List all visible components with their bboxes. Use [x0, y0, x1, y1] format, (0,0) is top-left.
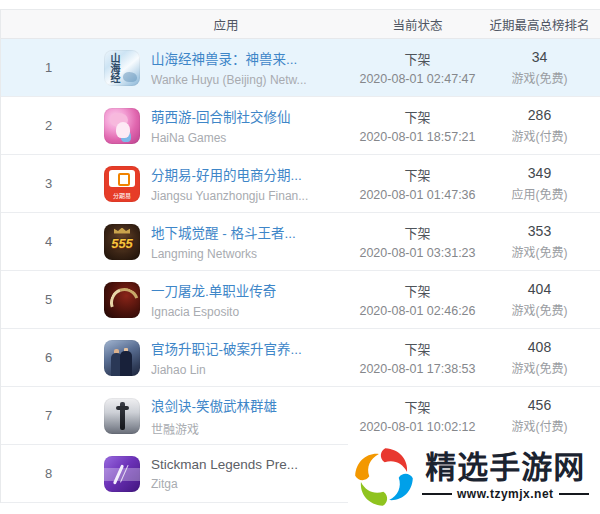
app-icon-text: 山海经: [109, 53, 119, 83]
watermark-url-row: www.tzymjx.net: [417, 487, 594, 501]
top-rank-number: 34: [479, 49, 600, 65]
developer-name: Wanke Huyu (Beijing) Netw...: [151, 73, 307, 87]
status-date: 2020-08-01 03:31:23: [356, 246, 479, 260]
app-meta: 地下城觉醒 - 格斗王者... Langming Networks: [151, 222, 296, 261]
shanhaijing-app-icon: 山海经: [104, 50, 140, 86]
app-cell: 萌西游-回合制社交修仙 HaiNa Games: [96, 106, 356, 145]
top-rank-category: 游戏(免费): [479, 359, 600, 376]
status-cell: 下架 2020-08-01 17:38:53: [356, 339, 479, 376]
watermark: 精选手游网 www.tzymjx.net: [348, 439, 600, 514]
app-name-link[interactable]: Stickman Legends Pre...: [151, 457, 298, 472]
top-rank-number: 456: [479, 397, 600, 413]
top-rank-category: 游戏(免费): [479, 69, 600, 86]
table-row[interactable]: 3 分期易 分期易-好用的电商分期... Jiangsu Yuanzhongju…: [1, 155, 600, 213]
app-name-link[interactable]: 一刀屠龙.单职业传奇: [151, 280, 276, 300]
row-rank-number: 6: [1, 350, 96, 365]
app-meta: Stickman Legends Pre... Zitga: [151, 457, 298, 491]
app-cell: 分期易 分期易-好用的电商分期... Jiangsu Yuanzhongju F…: [96, 164, 356, 203]
top-rank-number: 404: [479, 281, 600, 297]
app-name-link[interactable]: 分期易-好用的电商分期...: [151, 164, 308, 184]
status-label: 下架: [356, 281, 479, 300]
top-rank-category: 游戏(付费): [479, 127, 600, 144]
status-cell: 下架 2020-08-01 02:47:47: [356, 49, 479, 86]
status-label: 下架: [356, 223, 479, 242]
top-rank-number: 408: [479, 339, 600, 355]
status-date: 2020-08-01 17:38:53: [356, 362, 479, 376]
top-rank-cell: 353 游戏(免费): [479, 223, 600, 260]
top-rank-category: 游戏(免费): [479, 243, 600, 260]
app-name-link[interactable]: 官场升职记-破案升官养...: [151, 338, 302, 358]
table-row[interactable]: 4 555 地下城觉醒 - 格斗王者... Langming Networks …: [1, 213, 600, 271]
dixiacheng-app-icon: 555: [104, 224, 140, 260]
app-name-link[interactable]: 浪剑诀-笑傲武林群雄: [151, 395, 277, 415]
watermark-title: 精选手游网: [425, 452, 585, 485]
app-meta: 官场升职记-破案升官养... Jiahao Lin: [151, 338, 302, 377]
app-name-link[interactable]: 萌西游-回合制社交修仙: [151, 106, 291, 126]
app-meta: 萌西游-回合制社交修仙 HaiNa Games: [151, 106, 291, 145]
app-icon-text: 555: [111, 236, 133, 251]
top-rank-category: 游戏(免费): [479, 301, 600, 318]
row-rank-number: 8: [1, 466, 96, 481]
app-icon-text: 分期易: [104, 191, 140, 200]
row-rank-number: 5: [1, 292, 96, 307]
status-cell: 下架 2020-08-01 10:02:12: [356, 397, 479, 434]
dash-line: [559, 493, 589, 495]
table-body: 1 山海经 山海经神兽录：神兽来... Wanke Huyu (Beijing)…: [1, 39, 600, 503]
developer-name: Zitga: [151, 477, 298, 491]
app-meta: 浪剑诀-笑傲武林群雄 世融游戏: [151, 395, 277, 437]
top-rank-category: 应用(免费): [479, 185, 600, 202]
status-date: 2020-08-01 10:02:12: [356, 420, 479, 434]
row-rank-number: 3: [1, 176, 96, 191]
app-ranking-table: 应用 当前状态 近期最高总榜排名 1 山海经 山海经神兽录：神兽来... Wan…: [0, 9, 600, 503]
top-rank-category: 游戏(付费): [479, 417, 600, 434]
status-label: 下架: [356, 165, 479, 184]
developer-name: Ignacia Esposito: [151, 305, 276, 319]
developer-name: 世融游戏: [151, 420, 277, 437]
status-cell: 下架 2020-08-01 18:57:21: [356, 107, 479, 144]
row-rank-number: 1: [1, 60, 96, 75]
top-rank-number: 286: [479, 107, 600, 123]
langjianjue-app-icon: [104, 398, 140, 434]
table-row[interactable]: 5 一刀屠龙.单职业传奇 Ignacia Esposito 下架 2020-08…: [1, 271, 600, 329]
status-cell: 下架 2020-08-01 03:31:23: [356, 223, 479, 260]
top-rank-cell: 404 游戏(免费): [479, 281, 600, 318]
app-name-link[interactable]: 地下城觉醒 - 格斗王者...: [151, 222, 296, 242]
table-row[interactable]: 6 官场升职记-破案升官养... Jiahao Lin 下架 2020-08-0…: [1, 329, 600, 387]
row-rank-number: 4: [1, 234, 96, 249]
pinwheel-logo-icon: [352, 445, 416, 509]
table-row[interactable]: 2 萌西游-回合制社交修仙 HaiNa Games 下架 2020-08-01 …: [1, 97, 600, 155]
app-cell: 官场升职记-破案升官养... Jiahao Lin: [96, 338, 356, 377]
column-header-top-rank: 近期最高总榜排名: [479, 15, 600, 34]
watermark-url: www.tzymjx.net: [457, 487, 554, 501]
table-row[interactable]: 7 浪剑诀-笑傲武林群雄 世融游戏 下架 2020-08-01 10:02:12…: [1, 387, 600, 445]
column-header-app: 应用: [96, 15, 356, 34]
status-cell: 下架 2020-08-01 01:47:36: [356, 165, 479, 202]
top-rank-number: 349: [479, 165, 600, 181]
stickman-app-icon: [104, 456, 140, 492]
app-cell: 555 地下城觉醒 - 格斗王者... Langming Networks: [96, 222, 356, 261]
guanchang-app-icon: [104, 340, 140, 376]
developer-name: Jiahao Lin: [151, 363, 302, 377]
developer-name: HaiNa Games: [151, 131, 291, 145]
developer-name: Jiangsu Yuanzhongju Finan...: [151, 189, 308, 203]
status-date: 2020-08-01 02:46:26: [356, 304, 479, 318]
app-cell: 山海经 山海经神兽录：神兽来... Wanke Huyu (Beijing) N…: [96, 48, 356, 87]
status-date: 2020-08-01 01:47:36: [356, 188, 479, 202]
top-rank-cell: 456 游戏(付费): [479, 397, 600, 434]
app-cell: 浪剑诀-笑傲武林群雄 世融游戏: [96, 395, 356, 437]
app-meta: 分期易-好用的电商分期... Jiangsu Yuanzhongju Finan…: [151, 164, 308, 203]
app-name-link[interactable]: 山海经神兽录：神兽来...: [151, 48, 307, 68]
mengxiyou-app-icon: [104, 108, 140, 144]
status-date: 2020-08-01 02:47:47: [356, 72, 479, 86]
status-label: 下架: [356, 107, 479, 126]
app-cell: Stickman Legends Pre... Zitga: [96, 456, 356, 492]
fenqiyi-app-icon: 分期易: [104, 166, 140, 202]
top-rank-cell: 286 游戏(付费): [479, 107, 600, 144]
status-label: 下架: [356, 339, 479, 358]
top-rank-cell: 349 应用(免费): [479, 165, 600, 202]
status-label: 下架: [356, 49, 479, 68]
dash-line: [422, 493, 452, 495]
top-rank-cell: 34 游戏(免费): [479, 49, 600, 86]
developer-name: Langming Networks: [151, 247, 296, 261]
table-row[interactable]: 1 山海经 山海经神兽录：神兽来... Wanke Huyu (Beijing)…: [1, 39, 600, 97]
